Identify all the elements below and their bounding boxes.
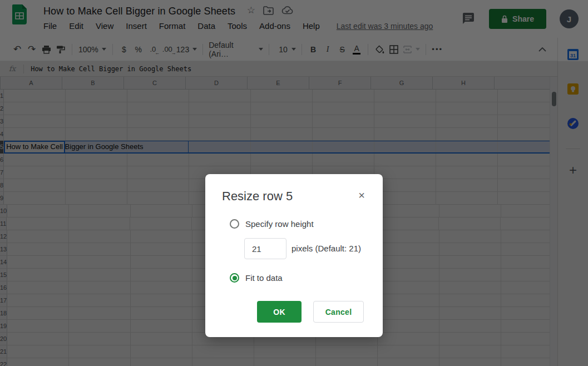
specify-row-height-option[interactable]: Specify row height [230,219,314,229]
radio-unchecked-icon[interactable] [230,219,239,229]
pixels-default-hint: pixels (Default: 21) [291,244,361,253]
fit-to-data-label: Fit to data [245,273,283,283]
close-icon[interactable]: × [358,190,365,201]
radio-checked-icon[interactable] [230,273,239,283]
google-sheets-app: How to Make Cell Bigger in Google Sheets… [0,0,588,366]
dialog-title: Resize row 5 [222,189,293,204]
fit-to-data-option[interactable]: Fit to data [230,273,283,283]
specify-row-height-label: Specify row height [245,219,314,229]
cancel-button[interactable]: Cancel [313,301,364,323]
resize-row-dialog: Resize row 5 × Specify row height pixels… [205,174,383,337]
row-height-input[interactable] [244,238,286,259]
ok-button[interactable]: OK [257,301,302,323]
